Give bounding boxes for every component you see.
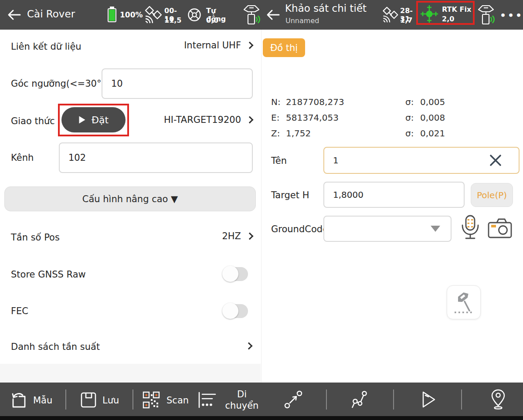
rover-header: Cài Rover 100% 00-10 11,5 (0, 0, 262, 30)
back-arrow-icon[interactable] (7, 8, 22, 21)
toolbar-separator (461, 390, 462, 410)
page-title: Cài Rover (27, 8, 75, 20)
data-link-value: Internal UHF (184, 40, 241, 51)
receiver-connection-icon[interactable] (477, 4, 495, 26)
battery-icon (108, 7, 116, 22)
line-points-icon (283, 390, 303, 410)
back-arrow-icon[interactable] (266, 8, 281, 21)
elevation-mask-label: Góc ngưỡng(<=30°) (11, 78, 105, 89)
chart-button[interactable]: Đồ thị (263, 38, 305, 57)
pos-rate-value: 2HZ (222, 231, 241, 241)
coord-row-n: N: 2187708,273 (271, 97, 344, 107)
polyline-icon (350, 390, 370, 410)
move-label-line1: Di (222, 389, 262, 400)
sigma-value: 0,021 (420, 128, 445, 139)
play-icon (78, 115, 86, 124)
toolbar-separator (326, 390, 327, 410)
app-screenshot: Cài Rover 100% 00-10 11,5 (0, 0, 523, 420)
set-button-label: Đặt (92, 115, 109, 125)
rtk-fix-crosshair-icon (420, 4, 439, 24)
line-measure-button[interactable] (283, 390, 303, 410)
more-menu-icon[interactable]: ••• (500, 10, 523, 21)
data-link-row[interactable]: Internal UHF (184, 40, 252, 51)
protocol-label: Giao thức (11, 116, 55, 126)
toolbar-separator (393, 390, 394, 410)
save-button[interactable]: Lưu (80, 387, 128, 413)
pos-rate-row[interactable]: 2HZ (222, 231, 252, 241)
project-subtitle: Unnamed (285, 17, 319, 25)
groundcode-label: GroundCode (271, 224, 328, 234)
fec-toggle[interactable] (223, 304, 248, 318)
template-label: Mẫu (33, 395, 52, 406)
location-pin-icon (489, 388, 507, 410)
move-list-icon (197, 390, 217, 410)
microphone-icon[interactable] (460, 214, 480, 241)
frequency-list-label: Danh sách tần suất (11, 342, 100, 352)
satellite-hdop: 11,5 (164, 16, 181, 24)
satellite-icon (143, 5, 163, 24)
page-title: Khảo sát chi tiết (285, 3, 367, 14)
advanced-config-button[interactable]: Cấu hình nâng cao ▼ (4, 186, 256, 211)
scan-button[interactable]: Scan (142, 387, 194, 413)
tilt-survey-card[interactable] (447, 285, 481, 319)
auto-value: 0,0 (206, 16, 218, 24)
point-name-label: Tên (271, 156, 287, 166)
clear-icon[interactable] (489, 154, 502, 167)
target-height-label: Target H (271, 190, 309, 200)
coord-axis: E: (271, 112, 286, 123)
polyline-button[interactable] (350, 390, 370, 410)
bottom-strip (0, 364, 261, 383)
stakeout-button[interactable] (418, 390, 438, 409)
dropdown-caret-icon[interactable] (431, 226, 440, 232)
coord-value: 581374,053 (286, 112, 339, 123)
tilted-receiver-icon (452, 290, 476, 315)
qr-scan-icon (142, 391, 160, 409)
target-height-input[interactable] (323, 182, 465, 208)
template-icon (10, 391, 28, 409)
store-gnss-label: Store GNSS Raw (11, 269, 86, 280)
coord-value: 1,752 (286, 128, 311, 139)
sigma-label: σ: (405, 112, 420, 123)
toolbar-separator (65, 390, 66, 410)
rtk-status: RTK Fix (442, 5, 471, 14)
data-link-label: Liên kết dữ liệu (11, 41, 82, 52)
fec-label: FEC (11, 306, 28, 316)
save-icon (80, 391, 97, 409)
sigma-row-n: σ: 0,005 (405, 97, 445, 107)
satellite-status-chip[interactable]: 00-10 11,5 (143, 3, 181, 26)
rtk-status-chip[interactable]: RTK Fix 2,0 (420, 3, 472, 24)
template-button[interactable]: Mẫu (10, 387, 64, 413)
chevron-right-icon[interactable] (245, 342, 253, 350)
set-button[interactable]: Đặt (61, 107, 126, 132)
sigma-label: σ: (405, 97, 420, 107)
protocol-value: HI-TARGET19200 (164, 115, 241, 125)
survey-panel: Đồ thị N: 2187708,273 σ: 0,005 E: 581374… (262, 30, 523, 383)
coord-value: 2187708,273 (286, 97, 344, 107)
rtk-age: 2,0 (442, 15, 454, 23)
bottom-toolbar: Mẫu Lưu (0, 383, 523, 416)
protocol-row[interactable]: HI-TARGET19200 (164, 115, 252, 125)
satellite-status-chip[interactable]: 28-31 1,7 (381, 3, 415, 26)
chevron-right-icon (246, 233, 254, 240)
auto-mode-chip[interactable]: Tự động 0,0 (186, 3, 237, 26)
sigma-value: 0,005 (420, 97, 445, 107)
channel-input[interactable] (59, 142, 253, 173)
rover-settings-panel: Liên kết dữ liệu Internal UHF Góc ngưỡng… (0, 30, 261, 383)
point-survey-button[interactable] (489, 388, 507, 410)
scan-label: Scan (166, 395, 189, 406)
elevation-mask-input[interactable] (102, 68, 253, 99)
receiver-connection-icon[interactable] (242, 4, 261, 26)
pole-type-button[interactable]: Pole(P) (471, 183, 513, 207)
chevron-right-icon (246, 42, 254, 49)
channel-label: Kênh (11, 152, 34, 163)
save-label: Lưu (102, 395, 119, 406)
move-button[interactable]: Di chuyển (197, 386, 262, 414)
store-gnss-toggle[interactable] (223, 267, 248, 281)
coord-axis: N: (271, 97, 286, 107)
sigma-row-z: σ: 0,021 (405, 128, 445, 139)
camera-icon[interactable] (487, 217, 513, 240)
target-icon (186, 6, 203, 24)
android-nav-strip (0, 416, 523, 420)
coord-row-z: Z: 1,752 (271, 128, 311, 139)
satellite-hdop: 1,7 (400, 16, 412, 24)
